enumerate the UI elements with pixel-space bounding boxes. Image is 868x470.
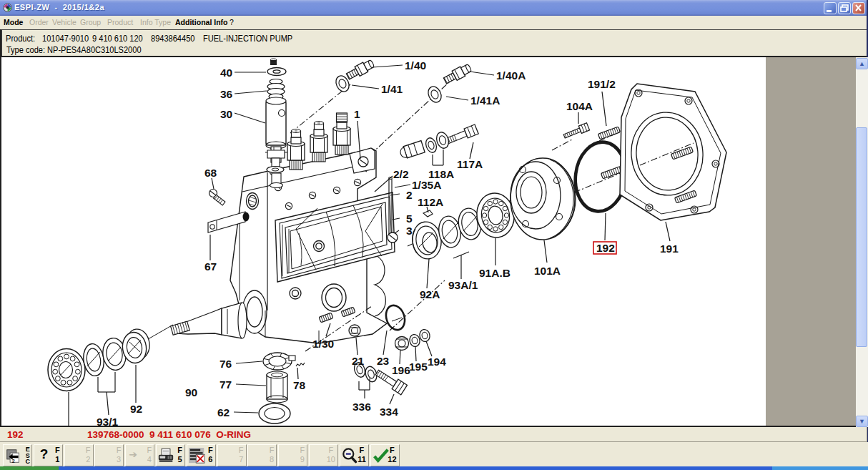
svg-text:90: 90 (185, 386, 197, 398)
svg-text:2: 2 (406, 189, 413, 201)
svg-text:192: 192 (596, 242, 615, 254)
svg-text:78: 78 (293, 379, 306, 391)
svg-text:1/40: 1/40 (405, 59, 426, 72)
svg-text:196: 196 (392, 364, 410, 376)
svg-text:1/35A: 1/35A (412, 179, 441, 191)
svg-text:112A: 112A (418, 196, 443, 208)
svg-text:2: 2 (12, 459, 15, 464)
svg-text:36: 36 (220, 88, 233, 100)
svg-text:40: 40 (220, 67, 232, 79)
svg-text:76: 76 (220, 358, 232, 370)
svg-text:92: 92 (130, 403, 142, 415)
svg-text:195: 195 (409, 361, 428, 373)
svg-text:1/41A: 1/41A (470, 94, 500, 107)
svg-text:68: 68 (204, 167, 217, 179)
svg-text:104A: 104A (566, 100, 593, 112)
svg-text:101A: 101A (534, 265, 561, 277)
svg-text:3: 3 (406, 225, 413, 237)
svg-text:62: 62 (217, 406, 230, 418)
svg-text:1/30: 1/30 (312, 338, 334, 350)
svg-text:117A: 117A (457, 158, 483, 170)
svg-text:5: 5 (406, 212, 413, 225)
svg-text:191: 191 (660, 243, 679, 255)
svg-text:93A/1: 93A/1 (448, 279, 478, 291)
svg-text:23: 23 (377, 355, 390, 367)
svg-text:194: 194 (428, 356, 446, 368)
svg-text:1: 1 (354, 108, 360, 120)
svg-text:336: 336 (352, 401, 371, 413)
svg-text:30: 30 (220, 108, 232, 120)
svg-text:1/41: 1/41 (381, 83, 403, 95)
svg-text:93/1: 93/1 (97, 416, 119, 426)
svg-text:21: 21 (352, 355, 365, 367)
svg-text:191/2: 191/2 (588, 78, 616, 90)
svg-text:334: 334 (380, 406, 398, 418)
svg-text:1/40A: 1/40A (496, 69, 526, 82)
svg-text:77: 77 (220, 378, 232, 391)
svg-text:67: 67 (204, 260, 217, 273)
svg-text:2/2: 2/2 (393, 168, 409, 180)
svg-text:91A.B: 91A.B (479, 267, 511, 279)
svg-text:92A: 92A (420, 288, 440, 300)
